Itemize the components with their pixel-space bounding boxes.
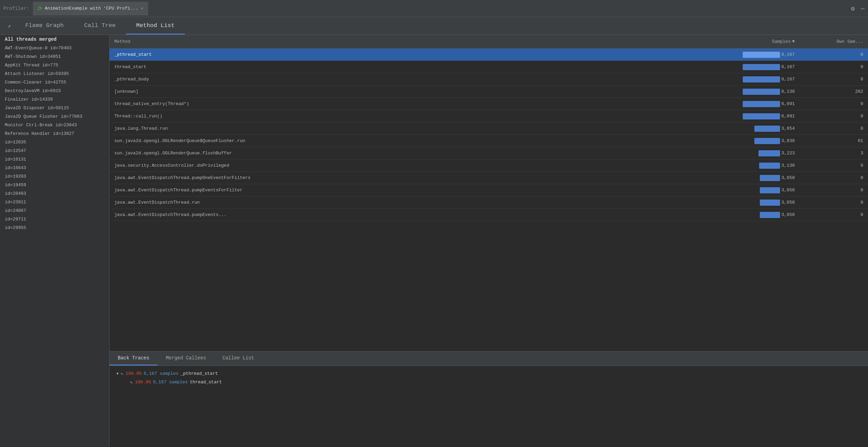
bottom-tab-merged-callees[interactable]: Merged Callees <box>157 352 214 366</box>
backtrace-method: thread_start <box>190 380 222 385</box>
minimize-icon[interactable]: — <box>861 5 865 12</box>
table-row[interactable]: [unknown] 6,130 262 <box>110 86 868 98</box>
col-samples-label: Samples <box>772 39 791 44</box>
table-row[interactable]: java.awt.EventDispatchThread.pumpEventsF… <box>110 184 868 196</box>
sidebar-item[interactable]: id=16643 <box>0 164 109 172</box>
row-bar-8 <box>758 150 780 156</box>
sidebar-item[interactable]: AWT-Shutdown id=34051 <box>0 52 109 61</box>
row-method-8: sun.java2d.opengl.OGLRenderQueue.flushBu… <box>110 151 738 156</box>
row-own-samples-3: 262 <box>800 89 868 94</box>
table-row[interactable]: java.lang.Thread.run 3,854 0 <box>110 123 868 135</box>
sidebar: All threads mergedAWT-EventQueue-0 id=70… <box>0 35 110 447</box>
row-samples-value-9: 3,130 <box>781 163 795 168</box>
row-samples-value-8: 3,223 <box>781 151 795 156</box>
sidebar-item[interactable]: DestroyJavaVM id=6915 <box>0 87 109 95</box>
table-row[interactable]: java.awt.EventDispatchThread.pumpEvents.… <box>110 209 868 221</box>
sidebar-item[interactable]: id=12547 <box>0 146 109 155</box>
row-own-samples-9: 0 <box>800 163 868 168</box>
sidebar-item[interactable]: Java2D Queue Flusher id=77063 <box>0 112 109 121</box>
profiler-label: Profiler: <box>3 6 29 11</box>
sidebar-item[interactable]: Reference Handler id=13827 <box>0 129 109 138</box>
backtrace-pct: 100.0% <box>135 380 151 385</box>
row-bar-0 <box>743 52 780 58</box>
sidebar-item[interactable]: Java2D Disposer id=58115 <box>0 104 109 112</box>
bottom-tab-callee-list[interactable]: Callee List <box>214 352 262 366</box>
row-samples-value-10: 3,050 <box>781 175 795 180</box>
table-row[interactable]: sun.java2d.opengl.OGLRenderQueue.flushBu… <box>110 147 868 159</box>
row-bar-2 <box>743 76 780 82</box>
row-bar-11 <box>760 187 780 193</box>
gear-icon[interactable]: ⚙ <box>851 5 855 12</box>
sidebar-item[interactable]: id=19203 <box>0 172 109 181</box>
tab-close-button[interactable]: ✕ <box>141 6 143 11</box>
row-samples-value-1: 6,167 <box>781 64 795 69</box>
row-method-11: java.awt.EventDispatchThread.pumpEventsF… <box>110 188 738 193</box>
col-own-samples-label: Own Sam... <box>837 39 863 44</box>
row-bar-13 <box>760 212 780 218</box>
col-method-header[interactable]: Method <box>110 39 738 44</box>
tab-flame-graph[interactable]: Flame Graph <box>15 17 74 35</box>
table-row[interactable]: _pthread_body 6,167 0 <box>110 73 868 86</box>
backtrace-method: _pthread_start <box>180 371 218 376</box>
table-row[interactable]: sun.java2d.opengl.OGLRenderQueue$QueueFl… <box>110 135 868 147</box>
sidebar-item[interactable]: Monitor Ctrl-Break id=23043 <box>0 121 109 129</box>
sidebar-item[interactable]: id=24067 <box>0 206 109 215</box>
tab-method-list-label: Method List <box>136 22 175 29</box>
bottom-tab-back-traces[interactable]: Back Traces <box>110 352 157 366</box>
sidebar-item[interactable]: AWT-EventQueue-0 id=70403 <box>0 44 109 52</box>
row-samples-10: 3,050 <box>738 175 800 181</box>
sidebar-item[interactable]: id=12035 <box>0 138 109 146</box>
backtrace-row-child[interactable]: ↖ 100.0% 6,167 samples thread_start <box>116 378 861 386</box>
table-row[interactable]: java.awt.EventDispatchThread.pumpOneEven… <box>110 172 868 184</box>
row-own-samples-0: 0 <box>800 52 868 57</box>
row-samples-9: 3,130 <box>738 163 800 169</box>
sidebar-item[interactable]: id=29711 <box>0 215 109 224</box>
backtrace-row[interactable]: ▼ ↖ 100.0% 6,167 samples _pthread_start <box>116 369 861 378</box>
row-samples-1: 6,167 <box>738 64 800 70</box>
table-row[interactable]: thread_native_entry(Thread*) 6,091 0 <box>110 98 868 110</box>
row-samples-value-4: 6,091 <box>781 101 795 106</box>
table-row[interactable]: Thread::call_run() 6,091 0 <box>110 110 868 123</box>
row-own-samples-11: 0 <box>800 188 868 193</box>
external-link-button[interactable]: ↗ <box>3 17 15 35</box>
row-samples-value-0: 6,167 <box>781 52 795 57</box>
tab-call-tree[interactable]: Call Tree <box>74 17 126 35</box>
table-row[interactable]: java.awt.EventDispatchThread.run 3,050 0 <box>110 196 868 209</box>
tab-method-list[interactable]: Method List <box>126 17 185 35</box>
row-samples-value-13: 3,050 <box>781 212 795 217</box>
sidebar-item[interactable]: id=19459 <box>0 181 109 189</box>
col-own-samples-header[interactable]: Own Sam... <box>800 39 868 44</box>
table-row[interactable]: thread_start 6,167 0 <box>110 61 868 73</box>
sidebar-item[interactable]: id=29955 <box>0 224 109 232</box>
sidebar-item[interactable]: id=20483 <box>0 189 109 198</box>
tab-icon: ⟳ <box>38 5 42 12</box>
row-own-samples-7: 61 <box>800 138 868 143</box>
col-samples-header[interactable]: Samples ▼ <box>738 39 800 44</box>
arrow-icon: ↖ <box>121 371 124 376</box>
row-bar-3 <box>743 89 780 95</box>
row-method-3: [unknown] <box>110 89 738 94</box>
sidebar-item[interactable]: Attach Listener id=59395 <box>0 69 109 78</box>
backtrace-samples: 6,167 samples <box>153 380 188 385</box>
main-tab[interactable]: ⟳ AnimationExample with 'CPU Profi... ✕ <box>33 2 148 15</box>
row-own-samples-2: 0 <box>800 77 868 82</box>
sidebar-item[interactable]: Finalizer id=14339 <box>0 95 109 104</box>
row-samples-value-5: 6,091 <box>781 114 795 119</box>
sidebar-item[interactable]: id=16131 <box>0 155 109 164</box>
row-method-5: Thread::call_run() <box>110 114 738 119</box>
row-own-samples-10: 0 <box>800 175 868 180</box>
sidebar-item[interactable]: Common-Cleaner id=42755 <box>0 78 109 87</box>
sidebar-item[interactable]: AppKit Thread id=775 <box>0 61 109 69</box>
row-own-samples-12: 0 <box>800 200 868 205</box>
title-bar-left: Profiler: ⟳ AnimationExample with 'CPU P… <box>3 2 148 15</box>
sort-icon: ▼ <box>792 39 795 44</box>
main-content: All threads mergedAWT-EventQueue-0 id=70… <box>0 35 868 447</box>
row-method-7: sun.java2d.opengl.OGLRenderQueue$QueueFl… <box>110 138 738 143</box>
table-row[interactable]: java.security.AccessController.doPrivile… <box>110 159 868 172</box>
sidebar-item[interactable]: id=23811 <box>0 198 109 206</box>
table-row[interactable]: _pthread_start 6,167 0 <box>110 49 868 61</box>
backtrace-content: ▼ ↖ 100.0% 6,167 samples _pthread_start … <box>110 366 868 447</box>
row-bar-6 <box>754 126 780 132</box>
sidebar-item[interactable]: All threads merged <box>0 35 109 44</box>
table-header: Method Samples ▼ Own Sam... <box>110 35 868 49</box>
